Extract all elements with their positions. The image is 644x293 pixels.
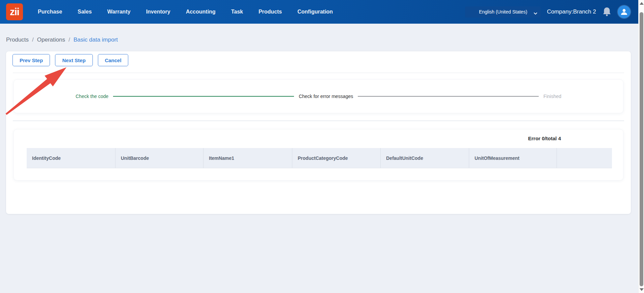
vertical-scrollbar[interactable]	[638, 0, 644, 293]
top-navbar: zii Purchase Sales Warranty Inventory Ac…	[0, 0, 638, 24]
bell-icon[interactable]	[602, 7, 612, 17]
nav-item-sales[interactable]: Sales	[78, 9, 92, 15]
step-check-for-errors: Check for error messages	[299, 94, 353, 99]
toolbar-divider	[13, 73, 624, 73]
breadcrumb: Products / Operations / Basic data impor…	[6, 36, 118, 43]
chevron-down-icon	[534, 10, 537, 16]
language-select-value: English (United States)	[479, 9, 527, 15]
nav-item-inventory[interactable]: Inventory	[146, 9, 170, 15]
scrollbar-down-arrow-icon[interactable]	[640, 288, 644, 291]
nav-item-accounting[interactable]: Accounting	[186, 9, 216, 15]
nav-item-task[interactable]: Task	[231, 9, 243, 15]
column-header-defaultunitcode[interactable]: DefaultUnitCode	[381, 148, 469, 168]
step-finished: Finished	[543, 94, 561, 99]
nav-item-products[interactable]: Products	[259, 9, 282, 15]
column-header-itemname1[interactable]: ItemName1	[204, 148, 292, 168]
column-header-unitofmeasurement[interactable]: UnitOfMeasurement	[469, 148, 557, 168]
language-select[interactable]: English (United States)	[465, 6, 541, 18]
import-preview-panel: Error 0/total 4 IdentityCode UnitBarcode…	[14, 129, 623, 180]
company-branch-label: Company:Branch 2	[547, 8, 596, 15]
column-header-productcategorycode[interactable]: ProductCategoryCode	[292, 148, 381, 168]
column-header-empty	[557, 148, 612, 168]
nav-item-purchase[interactable]: Purchase	[38, 9, 62, 15]
stepper-connector-pending	[358, 96, 539, 97]
cancel-button[interactable]: Cancel	[98, 54, 128, 66]
prev-step-button[interactable]: Prev Step	[12, 54, 50, 66]
wizard-stepper-panel: Check the code Check for error messages …	[14, 79, 623, 113]
scrollbar-up-arrow-icon[interactable]	[640, 2, 644, 5]
breadcrumb-separator: /	[69, 36, 70, 43]
wizard-stepper: Check the code Check for error messages …	[14, 94, 623, 99]
breadcrumb-products[interactable]: Products	[6, 36, 29, 43]
error-total-label: Error 0/total 4	[528, 136, 561, 141]
app-logo[interactable]: zii	[6, 3, 23, 20]
nav-item-configuration[interactable]: Configuration	[297, 9, 333, 15]
breadcrumb-operations[interactable]: Operations	[37, 36, 65, 43]
nav-item-warranty[interactable]: Warranty	[107, 9, 131, 15]
stepper-connector-done	[113, 96, 294, 97]
step-check-the-code: Check the code	[76, 94, 108, 99]
breadcrumb-separator: /	[32, 36, 34, 43]
wizard-toolbar: Prev Step Next Step Cancel	[12, 54, 128, 66]
main-menu: Purchase Sales Warranty Inventory Accoun…	[38, 9, 333, 15]
next-step-button[interactable]: Next Step	[55, 54, 93, 66]
import-table-header-row: IdentityCode UnitBarcode ItemName1 Produ…	[27, 148, 612, 168]
scrollbar-thumb[interactable]	[640, 12, 643, 286]
navbar-right-cluster: English (United States) Company:Branch 2	[465, 5, 630, 18]
section-divider	[13, 121, 624, 121]
user-avatar[interactable]	[618, 5, 630, 18]
breadcrumb-basic-data-import: Basic data import	[74, 36, 118, 43]
column-header-identitycode[interactable]: IdentityCode	[27, 148, 115, 168]
basic-data-import-card: Prev Step Next Step Cancel Check the cod…	[6, 51, 631, 214]
column-header-unitbarcode[interactable]: UnitBarcode	[115, 148, 204, 168]
